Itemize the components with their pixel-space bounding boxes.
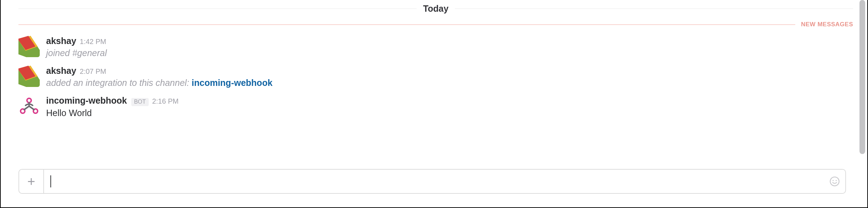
message-header: incoming-webhook BOT 2:16 PM [46, 95, 853, 106]
system-text: added an integration to this channel: [46, 78, 192, 88]
message-body: akshay 2:07 PM added an integration to t… [46, 66, 853, 89]
message-text: Hello World [46, 107, 853, 119]
channel-mention: #general [72, 48, 107, 58]
new-messages-label: NEW MESSAGES [795, 21, 853, 28]
message-header: akshay 2:07 PM [46, 66, 853, 76]
smile-icon [829, 176, 840, 187]
text-cursor [50, 175, 51, 187]
message-author[interactable]: akshay [46, 36, 76, 46]
composer-box: + [18, 169, 846, 194]
message-time[interactable]: 2:07 PM [80, 67, 106, 76]
user-avatar[interactable] [18, 66, 40, 87]
message-time[interactable]: 1:42 PM [80, 38, 106, 46]
svg-point-12 [830, 177, 839, 186]
attach-button[interactable]: + [19, 170, 44, 193]
svg-point-14 [836, 180, 837, 181]
message-text: joined #general [46, 47, 853, 59]
new-messages-divider: NEW MESSAGES [18, 21, 853, 28]
bot-badge: BOT [131, 98, 149, 106]
divider-line [18, 9, 417, 9]
message-author[interactable]: incoming-webhook [46, 95, 127, 106]
day-divider: Today [18, 0, 853, 14]
user-avatar[interactable] [18, 36, 40, 57]
message-row[interactable]: akshay 1:42 PM joined #general [18, 36, 853, 59]
message-pane: Today NEW MESSAGES akshay 1:42 [1, 0, 867, 207]
day-label: Today [417, 4, 455, 14]
scrollbar[interactable] [858, 0, 866, 154]
bot-avatar[interactable] [18, 95, 40, 117]
message-body: akshay 1:42 PM joined #general [46, 36, 853, 59]
message-input[interactable] [44, 170, 824, 193]
scrollbar-thumb[interactable] [859, 0, 865, 154]
emoji-button[interactable] [824, 170, 845, 193]
message-row[interactable]: akshay 2:07 PM added an integration to t… [18, 66, 853, 89]
plus-icon: + [27, 174, 35, 189]
integration-link[interactable]: incoming-webhook [192, 78, 273, 88]
message-row[interactable]: incoming-webhook BOT 2:16 PM Hello World [18, 95, 853, 119]
divider-line [18, 24, 795, 25]
composer: + [18, 169, 846, 194]
message-body: incoming-webhook BOT 2:16 PM Hello World [46, 95, 853, 119]
message-author[interactable]: akshay [46, 66, 76, 76]
message-time[interactable]: 2:16 PM [152, 97, 178, 105]
message-header: akshay 1:42 PM [46, 36, 853, 46]
window-frame: Today NEW MESSAGES akshay 1:42 [0, 0, 868, 208]
system-text: joined [46, 48, 72, 58]
message-text: added an integration to this channel: in… [46, 77, 853, 89]
svg-point-13 [833, 180, 834, 181]
divider-line [455, 9, 853, 9]
